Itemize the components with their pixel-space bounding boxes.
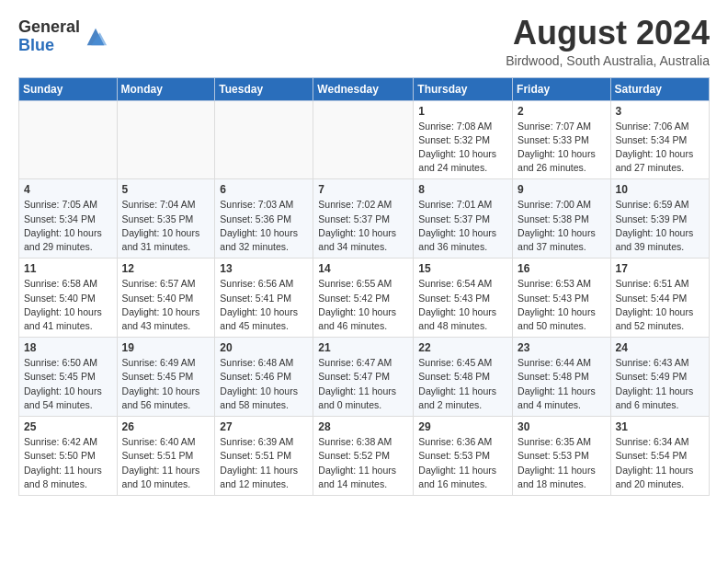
day-number: 31 bbox=[616, 420, 704, 433]
calendar-cell: 22Sunrise: 6:45 AM Sunset: 5:48 PM Dayli… bbox=[414, 338, 513, 417]
day-info: Sunrise: 7:04 AM Sunset: 5:35 PM Dayligh… bbox=[122, 198, 210, 254]
calendar-cell: 8Sunrise: 7:01 AM Sunset: 5:37 PM Daylig… bbox=[414, 179, 513, 259]
day-info: Sunrise: 6:47 AM Sunset: 5:47 PM Dayligh… bbox=[318, 356, 408, 412]
title-block: August 2024 Birdwood, South Australia, A… bbox=[506, 15, 710, 68]
day-info: Sunrise: 6:45 AM Sunset: 5:48 PM Dayligh… bbox=[418, 356, 507, 412]
month-year: August 2024 bbox=[506, 15, 710, 52]
calendar-week-row: 4Sunrise: 7:05 AM Sunset: 5:34 PM Daylig… bbox=[19, 179, 710, 259]
calendar-cell: 11Sunrise: 6:58 AM Sunset: 5:40 PM Dayli… bbox=[19, 259, 118, 338]
day-number: 1 bbox=[418, 105, 507, 118]
day-number: 28 bbox=[318, 420, 408, 433]
calendar-cell: 3Sunrise: 7:06 AM Sunset: 5:34 PM Daylig… bbox=[610, 100, 709, 179]
day-info: Sunrise: 6:56 AM Sunset: 5:41 PM Dayligh… bbox=[220, 277, 308, 333]
logo-icon bbox=[83, 24, 108, 50]
day-info: Sunrise: 6:48 AM Sunset: 5:46 PM Dayligh… bbox=[220, 356, 308, 412]
day-number: 16 bbox=[518, 262, 606, 275]
day-number: 19 bbox=[122, 341, 210, 354]
calendar-cell: 4Sunrise: 7:05 AM Sunset: 5:34 PM Daylig… bbox=[19, 179, 118, 259]
col-tuesday: Tuesday bbox=[215, 77, 313, 100]
day-number: 3 bbox=[616, 105, 704, 118]
day-number: 5 bbox=[122, 183, 210, 196]
day-info: Sunrise: 7:01 AM Sunset: 5:37 PM Dayligh… bbox=[418, 198, 507, 254]
day-info: Sunrise: 6:59 AM Sunset: 5:39 PM Dayligh… bbox=[616, 198, 704, 254]
day-info: Sunrise: 6:50 AM Sunset: 5:45 PM Dayligh… bbox=[24, 356, 112, 412]
col-monday: Monday bbox=[117, 77, 215, 100]
calendar-cell: 10Sunrise: 6:59 AM Sunset: 5:39 PM Dayli… bbox=[610, 179, 709, 259]
day-number: 15 bbox=[418, 262, 507, 275]
calendar-cell: 2Sunrise: 7:07 AM Sunset: 5:33 PM Daylig… bbox=[513, 100, 611, 179]
day-info: Sunrise: 7:00 AM Sunset: 5:38 PM Dayligh… bbox=[518, 198, 606, 254]
day-info: Sunrise: 7:05 AM Sunset: 5:34 PM Dayligh… bbox=[24, 198, 112, 254]
calendar-cell: 1Sunrise: 7:08 AM Sunset: 5:32 PM Daylig… bbox=[414, 100, 513, 179]
day-info: Sunrise: 6:34 AM Sunset: 5:54 PM Dayligh… bbox=[616, 435, 704, 491]
day-number: 30 bbox=[518, 420, 606, 433]
calendar-week-row: 18Sunrise: 6:50 AM Sunset: 5:45 PM Dayli… bbox=[19, 338, 710, 417]
day-number: 24 bbox=[616, 341, 704, 354]
calendar-cell bbox=[215, 100, 313, 179]
calendar-cell bbox=[117, 100, 215, 179]
day-number: 8 bbox=[418, 183, 507, 196]
calendar-cell: 30Sunrise: 6:35 AM Sunset: 5:53 PM Dayli… bbox=[513, 417, 611, 496]
calendar-cell: 6Sunrise: 7:03 AM Sunset: 5:36 PM Daylig… bbox=[215, 179, 313, 259]
calendar-cell: 7Sunrise: 7:02 AM Sunset: 5:37 PM Daylig… bbox=[313, 179, 414, 259]
calendar-cell: 21Sunrise: 6:47 AM Sunset: 5:47 PM Dayli… bbox=[313, 338, 414, 417]
day-info: Sunrise: 6:40 AM Sunset: 5:51 PM Dayligh… bbox=[122, 435, 210, 491]
day-info: Sunrise: 7:06 AM Sunset: 5:34 PM Dayligh… bbox=[616, 120, 704, 176]
day-info: Sunrise: 6:58 AM Sunset: 5:40 PM Dayligh… bbox=[24, 277, 112, 333]
day-info: Sunrise: 6:54 AM Sunset: 5:43 PM Dayligh… bbox=[418, 277, 507, 333]
calendar-cell: 5Sunrise: 7:04 AM Sunset: 5:35 PM Daylig… bbox=[117, 179, 215, 259]
day-number: 14 bbox=[318, 262, 408, 275]
calendar-week-row: 25Sunrise: 6:42 AM Sunset: 5:50 PM Dayli… bbox=[19, 417, 710, 496]
calendar-cell: 23Sunrise: 6:44 AM Sunset: 5:48 PM Dayli… bbox=[513, 338, 611, 417]
day-number: 13 bbox=[220, 262, 308, 275]
calendar-cell: 14Sunrise: 6:55 AM Sunset: 5:42 PM Dayli… bbox=[313, 259, 414, 338]
logo-general: General bbox=[18, 17, 80, 36]
page-header: General Blue August 2024 Birdwood, South… bbox=[18, 15, 710, 68]
calendar-cell: 28Sunrise: 6:38 AM Sunset: 5:52 PM Dayli… bbox=[313, 417, 414, 496]
day-number: 2 bbox=[518, 105, 606, 118]
col-wednesday: Wednesday bbox=[313, 77, 414, 100]
calendar-cell: 9Sunrise: 7:00 AM Sunset: 5:38 PM Daylig… bbox=[513, 179, 611, 259]
calendar-cell bbox=[313, 100, 414, 179]
calendar-header: Sunday Monday Tuesday Wednesday Thursday… bbox=[19, 77, 710, 100]
day-number: 6 bbox=[220, 183, 308, 196]
day-number: 20 bbox=[220, 341, 308, 354]
calendar-cell: 26Sunrise: 6:40 AM Sunset: 5:51 PM Dayli… bbox=[117, 417, 215, 496]
day-info: Sunrise: 7:07 AM Sunset: 5:33 PM Dayligh… bbox=[518, 120, 606, 176]
day-number: 10 bbox=[616, 183, 704, 196]
calendar-table: Sunday Monday Tuesday Wednesday Thursday… bbox=[18, 77, 710, 496]
day-number: 7 bbox=[318, 183, 408, 196]
day-info: Sunrise: 6:43 AM Sunset: 5:49 PM Dayligh… bbox=[616, 356, 704, 412]
calendar-cell: 25Sunrise: 6:42 AM Sunset: 5:50 PM Dayli… bbox=[19, 417, 118, 496]
day-number: 22 bbox=[418, 341, 507, 354]
day-info: Sunrise: 7:08 AM Sunset: 5:32 PM Dayligh… bbox=[418, 120, 507, 176]
day-number: 23 bbox=[518, 341, 606, 354]
calendar-cell: 27Sunrise: 6:39 AM Sunset: 5:51 PM Dayli… bbox=[215, 417, 313, 496]
day-number: 17 bbox=[616, 262, 704, 275]
col-thursday: Thursday bbox=[414, 77, 513, 100]
col-sunday: Sunday bbox=[19, 77, 118, 100]
calendar-week-row: 1Sunrise: 7:08 AM Sunset: 5:32 PM Daylig… bbox=[19, 100, 710, 179]
day-number: 21 bbox=[318, 341, 408, 354]
calendar-cell: 29Sunrise: 6:36 AM Sunset: 5:53 PM Dayli… bbox=[414, 417, 513, 496]
day-info: Sunrise: 6:36 AM Sunset: 5:53 PM Dayligh… bbox=[418, 435, 507, 491]
calendar-cell: 12Sunrise: 6:57 AM Sunset: 5:40 PM Dayli… bbox=[117, 259, 215, 338]
col-friday: Friday bbox=[513, 77, 611, 100]
day-number: 26 bbox=[122, 420, 210, 433]
calendar-cell: 13Sunrise: 6:56 AM Sunset: 5:41 PM Dayli… bbox=[215, 259, 313, 338]
calendar-cell: 20Sunrise: 6:48 AM Sunset: 5:46 PM Dayli… bbox=[215, 338, 313, 417]
calendar-cell bbox=[19, 100, 118, 179]
calendar-cell: 24Sunrise: 6:43 AM Sunset: 5:49 PM Dayli… bbox=[610, 338, 709, 417]
day-info: Sunrise: 6:55 AM Sunset: 5:42 PM Dayligh… bbox=[318, 277, 408, 333]
calendar-body: 1Sunrise: 7:08 AM Sunset: 5:32 PM Daylig… bbox=[19, 100, 710, 495]
col-saturday: Saturday bbox=[610, 77, 709, 100]
day-info: Sunrise: 7:03 AM Sunset: 5:36 PM Dayligh… bbox=[220, 198, 308, 254]
day-info: Sunrise: 6:49 AM Sunset: 5:45 PM Dayligh… bbox=[122, 356, 210, 412]
calendar-cell: 15Sunrise: 6:54 AM Sunset: 5:43 PM Dayli… bbox=[414, 259, 513, 338]
calendar-cell: 19Sunrise: 6:49 AM Sunset: 5:45 PM Dayli… bbox=[117, 338, 215, 417]
day-info: Sunrise: 6:35 AM Sunset: 5:53 PM Dayligh… bbox=[518, 435, 606, 491]
day-info: Sunrise: 6:57 AM Sunset: 5:40 PM Dayligh… bbox=[122, 277, 210, 333]
day-number: 4 bbox=[24, 183, 112, 196]
day-number: 29 bbox=[418, 420, 507, 433]
days-of-week-row: Sunday Monday Tuesday Wednesday Thursday… bbox=[19, 77, 710, 100]
